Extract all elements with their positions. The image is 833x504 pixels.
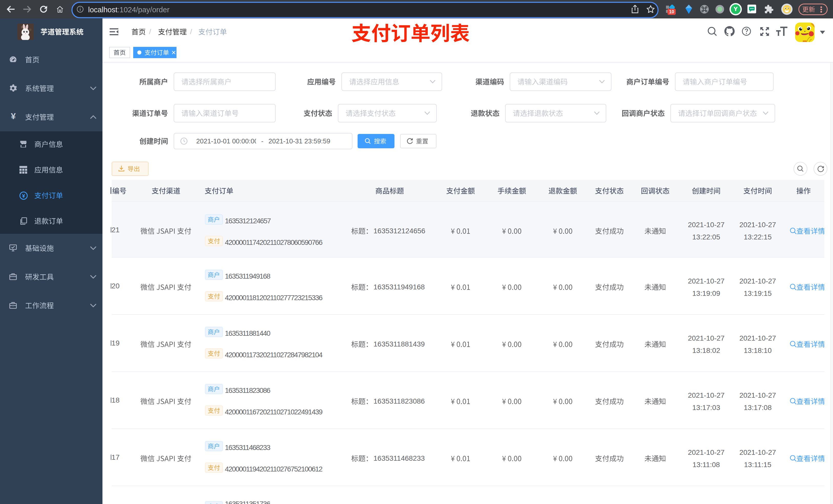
svg-text:¥: ¥ <box>22 193 25 199</box>
svg-text:¥: ¥ <box>11 112 16 120</box>
